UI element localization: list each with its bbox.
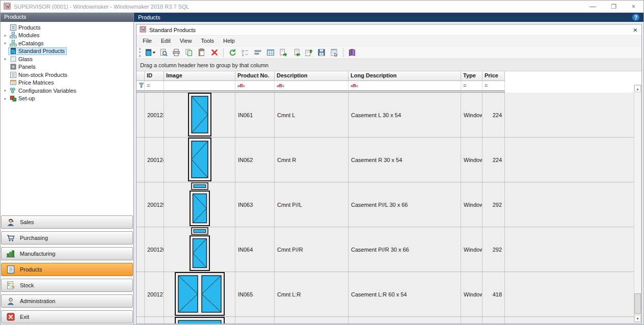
help-icon[interactable]: ? [632,14,639,21]
window-controls: — ❐ × [589,3,640,10]
table-row[interactable]: 200123IN061Cmnt LCasement L 30 x 54Windo… [137,93,641,138]
stock-list-icon [6,281,15,290]
table-row[interactable]: 200125IN063Cmnt P//LCasement P//L 30 x 6… [137,182,641,227]
filter-cell-description[interactable]: aBc [275,81,348,91]
tree-item-panels[interactable]: Panels [1,63,133,71]
product-drawing-casement-left [188,93,211,137]
delete-icon[interactable] [209,47,220,58]
scroll-up-button[interactable]: ▲ [634,85,641,92]
tree-item-products[interactable]: Products [1,23,133,32]
cell-product-no: IN062 [235,138,275,182]
column-header-product-no[interactable]: Product No. [235,71,275,81]
tree-item-modules[interactable]: ▸Modules [1,32,133,40]
refresh-icon[interactable] [227,47,238,58]
expander-icon[interactable]: ▸ [3,33,8,38]
column-header-price[interactable]: Price [482,71,505,81]
column-header-long-description[interactable]: Long Description [348,71,461,81]
expander-icon[interactable]: ▸ [3,41,8,45]
tree-item-label: Modules [18,32,40,38]
expander-icon[interactable]: ▸ [3,88,8,93]
filter-cell-id[interactable]: = [145,81,164,91]
import-icon[interactable] [290,47,302,58]
cell-description: Cmnt P//R [275,227,348,272]
menu-view[interactable]: View [175,37,197,45]
table-row[interactable]: 200127IN065Cmnt L:RCasement L:R 60 x 54W… [137,272,641,317]
tree-item-configuration-variables[interactable]: ▸Configuration Variables [1,87,133,95]
new-product-icon[interactable] [145,47,156,58]
tree-item-ecatalogs[interactable]: ▸eCatalogs [1,39,133,47]
nav-button-exit[interactable]: Exit [1,310,133,323]
tree-item-glass[interactable]: ▸Glass [1,55,133,63]
collapse-icon[interactable] [252,47,263,58]
help-book-icon[interactable] [346,47,358,58]
nav-button-administration[interactable]: Administration [1,294,133,308]
vertical-scrollbar[interactable]: ▲ ▼ [634,85,641,322]
inner-close-button[interactable]: × [633,26,637,34]
filter-cell-product-no[interactable]: aBc [235,81,275,91]
tab-bar: Products ? [134,13,643,22]
menu-help[interactable]: Help [219,37,239,45]
nav-button-manufacturing[interactable]: Manufacturing [1,247,133,260]
app-window: SUPERVISOR (0001) - Windowmaker - Window… [0,0,644,325]
filter-cell-type[interactable]: = [461,81,482,91]
filter-cell-image[interactable] [164,81,235,91]
tab-products[interactable]: Products [138,14,160,20]
cell-image [164,227,235,272]
menu-edit[interactable]: Edit [156,37,175,45]
tree-item-body: Modules [8,32,42,39]
nav-button-stock[interactable]: Stock [1,279,133,292]
export-icon[interactable] [278,47,289,58]
expander-icon[interactable]: ▸ [3,96,8,101]
cell-description [275,317,348,323]
properties-icon[interactable] [329,47,340,58]
tree-item-set-up[interactable]: ▸Set-up [1,95,133,103]
nav-button-sales[interactable]: Sales [1,215,133,229]
close-button[interactable]: × [632,3,635,10]
print-icon[interactable] [171,47,182,58]
configuration-variables-icon [9,87,17,94]
column-header-id[interactable]: ID [145,71,164,81]
expander-icon[interactable]: ▸ [3,57,8,61]
filter-cell-long-description[interactable]: aBc [348,81,461,91]
copy-icon[interactable] [183,47,195,58]
sidebar-header: Products [1,13,133,22]
non-stock-products-icon [9,71,17,78]
tree-item-standard-products[interactable]: Standard Products [1,47,133,56]
cell-image [164,93,235,137]
scrollbar-thumb[interactable] [634,293,641,314]
modules-icon [9,32,17,39]
window-logo-icon [140,26,146,34]
menu-tools[interactable]: Tools [196,37,219,45]
save-layout-icon[interactable] [316,47,327,58]
auto-number-icon[interactable]: 01 [239,47,251,58]
filter-cell-price[interactable]: = [482,81,505,91]
column-header-image[interactable]: Image [164,71,235,81]
column-header-type[interactable]: Type [461,71,482,81]
column-header-description[interactable]: Description [275,71,348,81]
table-row[interactable]: 200126IN064Cmnt P//RCasement P//R 30 x 6… [137,227,641,272]
nav-button-products[interactable]: Products [1,263,133,276]
tree-item-price-matrices[interactable]: Price Matrices [1,79,133,87]
set-up-icon [9,95,17,102]
tree-item-label: eCatalogs [18,40,44,46]
minimize-button[interactable]: — [589,3,596,10]
transfer-icon[interactable] [303,47,314,58]
tree-item-non-stock-products[interactable]: Non-stock Products [1,71,133,79]
tree-item-label: Non-stock Products [18,72,67,78]
table-row[interactable]: 200124IN062Cmnt RCasement R 30 x 54Windo… [137,138,641,182]
toolbar-grip [139,48,142,57]
maximize-button[interactable]: ❐ [611,3,616,10]
menu-file[interactable]: File [138,37,156,45]
cell-price: 292 [482,182,505,227]
group-by-bar[interactable]: Drag a column header here to group by th… [137,59,641,71]
print-preview-icon[interactable] [158,47,169,58]
grid-view-icon[interactable] [265,47,276,58]
scroll-down-button[interactable]: ▼ [634,315,641,322]
cell-image [164,182,235,227]
tree-item-body: Price Matrices [8,79,56,87]
paste-icon[interactable] [196,47,207,58]
nav-button-purchasing[interactable]: Purchasing [1,231,133,245]
filter-cell-indicator[interactable] [137,81,145,91]
toolbar-separator [223,48,224,57]
cell-indicator [137,93,145,137]
